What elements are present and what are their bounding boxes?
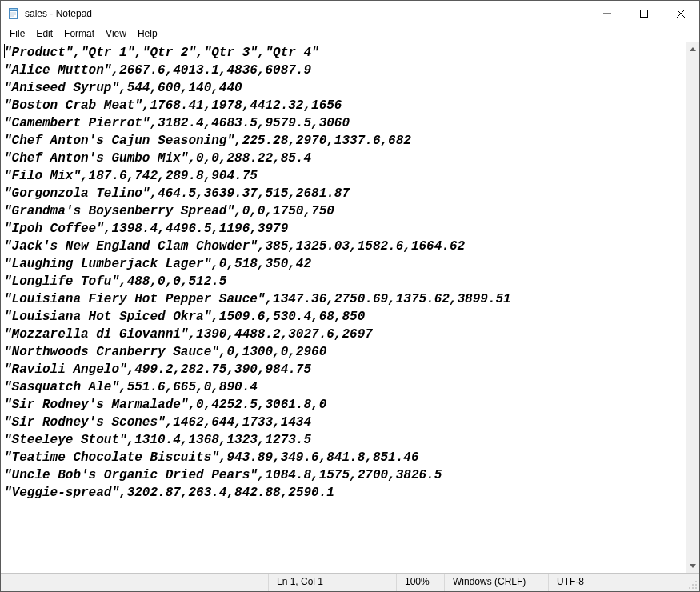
app-icon (7, 7, 20, 20)
scroll-track[interactable] (686, 56, 699, 559)
menu-format[interactable]: Format (58, 27, 100, 41)
statusbar: Ln 1, Col 1 100% Windows (CRLF) UTF-8 (1, 573, 699, 591)
resize-grip[interactable] (685, 574, 699, 591)
status-zoom: 100% (396, 574, 444, 591)
status-position: Ln 1, Col 1 (268, 574, 396, 591)
maximize-button[interactable] (626, 1, 662, 26)
menu-format-accesskey: o (70, 28, 75, 39)
minimize-button[interactable] (589, 1, 626, 26)
menu-view[interactable]: View (100, 27, 132, 41)
text-caret (4, 44, 5, 58)
svg-point-10 (692, 584, 694, 586)
svg-point-12 (689, 587, 690, 589)
svg-point-13 (692, 587, 694, 589)
window-title: sales - Notepad (25, 8, 92, 19)
svg-point-11 (695, 584, 697, 586)
menu-file-accesskey: F (10, 28, 15, 39)
menu-edit[interactable]: Edit (30, 27, 58, 41)
titlebar[interactable]: sales - Notepad (1, 1, 699, 26)
client-area: "Product","Qtr 1","Qtr 2","Qtr 3","Qtr 4… (1, 42, 699, 573)
menu-edit-accesskey: E (36, 28, 42, 39)
status-encoding: UTF-8 (548, 574, 685, 591)
menu-help[interactable]: Help (132, 27, 163, 41)
svg-rect-6 (641, 10, 648, 17)
status-empty (1, 574, 268, 591)
menu-help-accesskey: H (138, 28, 145, 39)
close-button[interactable] (662, 1, 699, 26)
menu-file[interactable]: File (4, 27, 30, 41)
svg-rect-1 (10, 8, 18, 10)
menubar: File Edit Format View Help (1, 26, 699, 42)
scroll-up-button[interactable] (686, 42, 699, 56)
window-controls (589, 1, 699, 26)
svg-point-14 (695, 587, 697, 589)
menu-view-accesskey: V (106, 28, 112, 39)
status-line-ending: Windows (CRLF) (444, 574, 548, 591)
notepad-window: sales - Notepad File Edit Format View He… (0, 0, 700, 592)
text-editor[interactable]: "Product","Qtr 1","Qtr 2","Qtr 3","Qtr 4… (1, 42, 686, 573)
svg-point-9 (695, 581, 697, 582)
vertical-scrollbar[interactable] (686, 42, 699, 573)
scroll-down-button[interactable] (686, 559, 699, 573)
